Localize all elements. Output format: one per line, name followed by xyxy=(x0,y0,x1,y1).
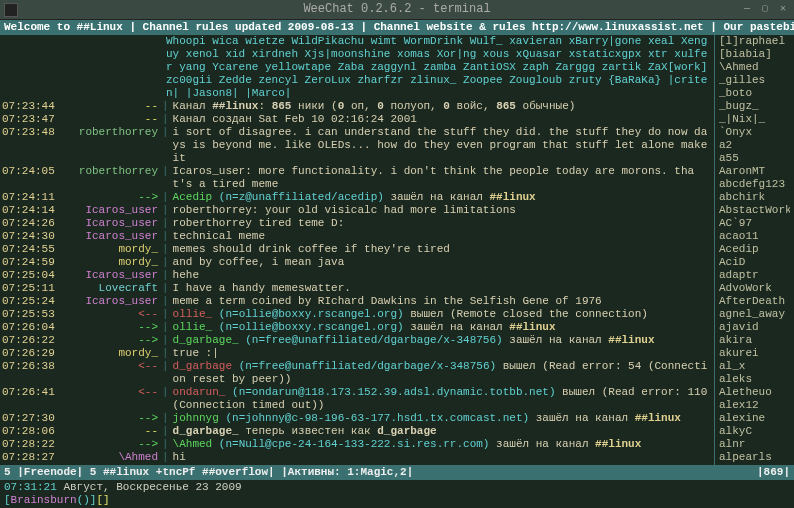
message: johnnyg (n=johnny@c-98-196-63-177.hsd1.t… xyxy=(173,412,712,425)
app-icon xyxy=(4,3,18,17)
statusbar: 5 |Freenode| 5 ##linux +tncPf ##overflow… xyxy=(0,465,794,480)
nick: --> xyxy=(62,334,162,347)
nick: mordy_ xyxy=(62,256,162,269)
nicklist-item[interactable]: _boto xyxy=(719,87,790,100)
chat-line: 07:23:48roberthorrey|i sort of disagree.… xyxy=(2,126,712,165)
nick: Icaros_user xyxy=(62,295,162,308)
nicklist-item[interactable]: AC`97 xyxy=(719,217,790,230)
nicklist-item[interactable]: AbstactWork xyxy=(719,204,790,217)
timestamp: 07:25:11 xyxy=(2,282,62,295)
date: Август, Воскресенье 23 2009 xyxy=(63,481,241,493)
nicklist-item[interactable]: alkyC xyxy=(719,425,790,438)
nicklist-item[interactable]: abcdefg123 xyxy=(719,178,790,191)
nick: mordy_ xyxy=(62,243,162,256)
message: roberthorrey: your old visicalc had more… xyxy=(173,204,712,217)
message: true :| xyxy=(173,347,712,360)
maximize-button[interactable]: ▢ xyxy=(758,3,772,17)
nicklist-item[interactable]: _|Nix|_ xyxy=(719,113,790,126)
timestamp: 07:25:24 xyxy=(2,295,62,308)
chat-line: 07:25:11Lovecraft|I have a handy memeswa… xyxy=(2,282,712,295)
chat-line: 07:26:22-->|d_garbage_ (n=free@unaffilia… xyxy=(2,334,712,347)
timestamp: 07:26:38 xyxy=(2,360,62,386)
clock: 07:31:21 xyxy=(4,481,57,493)
nicklist-item[interactable]: AaronMT xyxy=(719,165,790,178)
timestamp: 07:26:41 xyxy=(2,386,62,412)
timestamp: 07:23:47 xyxy=(2,113,62,126)
message: Icaros_user: more functionality. i don't… xyxy=(173,165,712,191)
nicklist-item[interactable]: AciD xyxy=(719,256,790,269)
timestamp: 07:24:11 xyxy=(2,191,62,204)
chat-line: 07:24:26Icaros_user|roberthorrey tired t… xyxy=(2,217,712,230)
nicklist-item[interactable]: alex12 xyxy=(719,399,790,412)
nicklist-item[interactable]: ajavid xyxy=(719,321,790,334)
nicklist-item[interactable]: a55 xyxy=(719,152,790,165)
nicklist-item[interactable]: _bugz_ xyxy=(719,100,790,113)
nicklist-item[interactable]: AdvoWork xyxy=(719,282,790,295)
topic-bar: Welcome to ##Linux | Channel rules updat… xyxy=(0,20,794,35)
chat-line: 07:26:38<--|d_garbage (n=free@unaffiliat… xyxy=(2,360,712,386)
close-button[interactable]: ✕ xyxy=(776,3,790,17)
nicklist-item[interactable]: agnel_away xyxy=(719,308,790,321)
minimize-button[interactable]: — xyxy=(740,3,754,17)
status-right: |869| xyxy=(757,466,790,479)
nicklist-item[interactable]: acao11 xyxy=(719,230,790,243)
timestamp: 07:25:53 xyxy=(2,308,62,321)
nicklist-item[interactable]: a2 xyxy=(719,139,790,152)
nicklist-item[interactable]: al_x xyxy=(719,360,790,373)
input-nick: Brainsburn xyxy=(11,494,77,507)
nicklist-item[interactable]: aleks xyxy=(719,373,790,386)
chat-line: 07:26:41<--|ondarun_ (n=ondarun@118.173.… xyxy=(2,386,712,412)
chat-line: 07:27:30-->|johnnyg (n=johnny@c-98-196-6… xyxy=(2,412,712,425)
terminal-window: WeeChat 0.2.6.2 - terminal — ▢ ✕ Welcome… xyxy=(0,0,794,508)
nicklist-item[interactable]: [biabia] xyxy=(719,48,790,61)
message: d_garbage_ (n=free@unaffiliated/dgarbage… xyxy=(173,334,712,347)
input-area[interactable]: 07:31:21 Август, Воскресенье 23 2009 [Br… xyxy=(0,480,794,508)
nicklist-item[interactable]: alnr xyxy=(719,438,790,451)
nicklist-item[interactable]: akira xyxy=(719,334,790,347)
nicklist-item[interactable]: adaptr xyxy=(719,269,790,282)
chat-line: 07:25:53<--|ollie_ (n=ollie@boxxy.rscang… xyxy=(2,308,712,321)
chat-line: 07:23:44--|Канал ##linux: 865 ники (0 оп… xyxy=(2,100,712,113)
nick: Icaros_user xyxy=(62,230,162,243)
nick: \Ahmed xyxy=(62,451,162,464)
nicklist-item[interactable]: alpearls xyxy=(719,451,790,464)
nicklist-item[interactable]: \Ahmed xyxy=(719,61,790,74)
timestamp: 07:26:04 xyxy=(2,321,62,334)
message: I have a handy memeswatter. xyxy=(173,282,712,295)
nicklist-item[interactable]: `Onyx xyxy=(719,126,790,139)
status-left: 5 |Freenode| 5 ##linux +tncPf ##overflow… xyxy=(4,466,413,479)
timestamp: 07:28:22 xyxy=(2,438,62,451)
nick: --> xyxy=(62,321,162,334)
message: roberthorrey tired teme D: xyxy=(173,217,712,230)
nicklist-item[interactable]: Acedip xyxy=(719,243,790,256)
nick: roberthorrey xyxy=(62,165,162,191)
message: ollie_ (n=ollie@boxxy.rscangel.org) зашё… xyxy=(173,321,712,334)
nicklist-item[interactable]: AfterDeath xyxy=(719,295,790,308)
nicklist[interactable]: [l]raphael[biabia]\Ahmed_gilles_boto_bug… xyxy=(714,35,794,465)
message: and by coffee, i mean java xyxy=(173,256,712,269)
titlebar[interactable]: WeeChat 0.2.6.2 - terminal — ▢ ✕ xyxy=(0,0,794,20)
nicklist-item[interactable]: alexine xyxy=(719,412,790,425)
input-line[interactable]: [Brainsburn()] [] xyxy=(4,494,790,507)
timestamp: 07:26:22 xyxy=(2,334,62,347)
main-area: Whoopi wica wietze WildPikachu wimt Worm… xyxy=(0,35,794,465)
nicklist-item[interactable]: akurei xyxy=(719,347,790,360)
chat-line: 07:24:59mordy_|and by coffee, i mean jav… xyxy=(2,256,712,269)
window-controls: — ▢ ✕ xyxy=(740,3,790,17)
nick: Icaros_user xyxy=(62,204,162,217)
nicklist-item[interactable]: _gilles xyxy=(719,74,790,87)
nicklist-item[interactable]: abchirk xyxy=(719,191,790,204)
nick: --> xyxy=(62,438,162,451)
chat-line: 07:28:22-->|\Ahmed (n=Null@cpe-24-164-13… xyxy=(2,438,712,451)
nicklist-item[interactable]: Aletheuo xyxy=(719,386,790,399)
chat-buffer[interactable]: Whoopi wica wietze WildPikachu wimt Worm… xyxy=(0,35,714,465)
chat-line: 07:24:11-->|Acedip (n=z@unaffiliated/ace… xyxy=(2,191,712,204)
chat-line: 07:24:55mordy_|memes should drink coffee… xyxy=(2,243,712,256)
chat-line: 07:24:14Icaros_user|roberthorrey: your o… xyxy=(2,204,712,217)
message: ollie_ (n=ollie@boxxy.rscangel.org) выше… xyxy=(173,308,712,321)
nick: -- xyxy=(62,113,162,126)
timestamp: 07:24:55 xyxy=(2,243,62,256)
nicklist-item[interactable]: [l]raphael xyxy=(719,35,790,48)
timestamp: 07:24:05 xyxy=(2,165,62,191)
timestamp: 07:25:04 xyxy=(2,269,62,282)
